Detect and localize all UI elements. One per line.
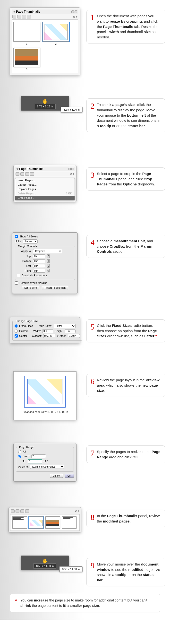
page-sizes-select[interactable]: Letter: [54, 324, 76, 328]
page-thumb[interactable]: [62, 516, 76, 528]
statusbar-size: 8.78 x 5.26 in: [34, 104, 56, 109]
tool-icon[interactable]: [30, 172, 34, 176]
options-gear-icon[interactable]: ⚙ ▾: [74, 509, 79, 513]
options-gear-icon[interactable]: ⚙ ▾: [73, 15, 78, 18]
stepper-down[interactable]: ▾: [47, 266, 50, 268]
remove-white-checkbox[interactable]: [15, 282, 18, 284]
footnote-callout: * You can increase the page size to make…: [10, 594, 160, 613]
options-gear-icon[interactable]: ⚙ ▾: [70, 172, 74, 176]
page-thumbnail-2[interactable]: [42, 22, 69, 42]
page-thumb[interactable]: [12, 516, 27, 528]
stepper-up[interactable]: ▴: [47, 269, 50, 271]
window-close-icon[interactable]: [72, 168, 74, 170]
xoffset-label: XOffset:: [32, 334, 42, 337]
page-thumb[interactable]: [29, 516, 44, 528]
tool-icon[interactable]: [20, 172, 24, 176]
to-input[interactable]: [28, 459, 42, 464]
top-label: Top:: [17, 255, 32, 258]
remove-white-label: Remove White Margins: [20, 282, 47, 284]
footnote-text: You can increase the page size to make r…: [20, 598, 155, 608]
step-1-callout: 1 Open the document with pages you want …: [86, 10, 165, 44]
step-7-text: Specify the pages to resize in the Page …: [97, 449, 161, 460]
stepper-down[interactable]: ▾: [47, 256, 50, 258]
all-label: All: [23, 450, 26, 453]
fixed-sizes-label: Fixed Sizes: [19, 324, 33, 327]
page-thumbnail-1[interactable]: [13, 22, 40, 42]
revert-button[interactable]: Revert To Selection: [42, 286, 68, 290]
constrain-label: Constrain Proportions: [22, 274, 47, 277]
step-8: ⚙ ▾ 8 In the Page Thumbnails panel, revi…: [5, 507, 165, 532]
step-7: Page Range All From: To: of 3: [5, 443, 165, 482]
stepper-down[interactable]: ▾: [47, 261, 50, 263]
height-label: Height:: [55, 330, 63, 332]
step-3: Page Thumbnails ⚙ ▾ Insert Pag: [5, 165, 165, 202]
menu-extract-pages[interactable]: Extract Pages...: [15, 182, 74, 187]
stepper-up[interactable]: ▴: [47, 264, 50, 266]
hand-cursor-icon: ✋: [42, 558, 48, 564]
tool-icon[interactable]: [25, 509, 29, 513]
step-5-text: Click the Fixed Sizes radio button, then…: [97, 323, 161, 339]
ok-button[interactable]: OK: [65, 474, 74, 478]
tool-icon[interactable]: [16, 172, 20, 176]
panel-collapse-icon[interactable]: [16, 168, 18, 170]
step-number: 9: [90, 562, 94, 570]
page-thumbnail-3[interactable]: [13, 48, 40, 67]
yoffset-input[interactable]: [68, 334, 80, 338]
fixed-sizes-radio[interactable]: [14, 324, 18, 328]
cancel-button[interactable]: Cancel: [50, 474, 63, 478]
left-input[interactable]: [33, 264, 45, 268]
stepper-down[interactable]: ▾: [47, 271, 50, 272]
from-radio[interactable]: [18, 455, 21, 458]
tutorial-container: Page Thumbnails ⚙ ▾: [0, 0, 170, 620]
bottom-input[interactable]: [33, 259, 45, 263]
custom-radio[interactable]: [14, 330, 18, 333]
step-9-callout: 9 Move your mouse over the document wind…: [86, 558, 165, 586]
step-number: 8: [90, 513, 94, 521]
top-input[interactable]: [33, 254, 45, 258]
step-7-callout: 7 Specify the pages to resize in the Pag…: [86, 446, 165, 464]
width-input[interactable]: [42, 329, 53, 333]
yoffset-label: YOffset:: [57, 334, 66, 337]
tool-icon[interactable]: [16, 509, 20, 513]
units-select[interactable]: Inches: [23, 239, 38, 244]
step-number: 1: [90, 13, 94, 21]
tool-icon[interactable]: [17, 15, 21, 18]
menu-replace-pages[interactable]: Replace Pages...: [15, 187, 74, 191]
menu-crop-pages[interactable]: Crop Pages...: [15, 196, 74, 200]
stepper-up[interactable]: ▴: [47, 254, 50, 256]
height-input[interactable]: [64, 329, 76, 333]
constrain-checkbox[interactable]: [17, 274, 20, 277]
xoffset-input[interactable]: [43, 334, 55, 338]
document-window-bottom: ✋ 8.78 x 5.26 in 8.78 x 5.26 in: [21, 96, 69, 110]
from-input[interactable]: [31, 454, 46, 458]
tool-icon[interactable]: [27, 15, 31, 18]
window-min-icon[interactable]: [68, 168, 71, 170]
thumb-label: 2: [55, 42, 56, 45]
apply-to-select[interactable]: CropBox: [33, 249, 62, 253]
page-thumb[interactable]: [46, 516, 60, 528]
set-to-zero-button[interactable]: Set To Zero: [22, 286, 40, 290]
show-all-boxes-checkbox[interactable]: [15, 235, 18, 238]
window-min-icon[interactable]: [72, 10, 74, 13]
tool-icon[interactable]: [22, 15, 26, 18]
step-3-callout: 3 Select a page to crop in the Page Thum…: [86, 168, 165, 190]
center-checkbox[interactable]: [14, 334, 18, 338]
tool-icon[interactable]: [20, 509, 24, 513]
page-thumbnails-panel: Page Thumbnails ⚙ ▾: [10, 7, 80, 75]
window-close-icon[interactable]: [74, 10, 77, 13]
tool-icon[interactable]: [25, 172, 29, 176]
size-tooltip: 8.78 x 5.26 in: [61, 107, 82, 112]
step-5: Change Page Size Fixed Sizes Page Sizes:…: [5, 317, 165, 344]
tool-icon[interactable]: [12, 15, 16, 18]
menu-insert-pages[interactable]: Insert Pages...: [15, 178, 74, 182]
right-input[interactable]: [33, 269, 45, 273]
preview-caption-label: Expanded page size:: [22, 410, 47, 414]
tool-icon[interactable]: [11, 509, 14, 513]
panel-collapse-icon[interactable]: [13, 11, 15, 13]
apply-to-select[interactable]: Even and Odd Pages: [30, 465, 64, 469]
all-radio[interactable]: [18, 450, 21, 453]
thumb-label: 3: [26, 68, 28, 71]
stepper-up[interactable]: ▴: [47, 259, 50, 261]
panel-title-text: Page Thumbnails: [19, 167, 43, 170]
step-2: ✋ 8.78 x 5.26 in 8.78 x 5.26 in 2 To che…: [5, 96, 165, 132]
